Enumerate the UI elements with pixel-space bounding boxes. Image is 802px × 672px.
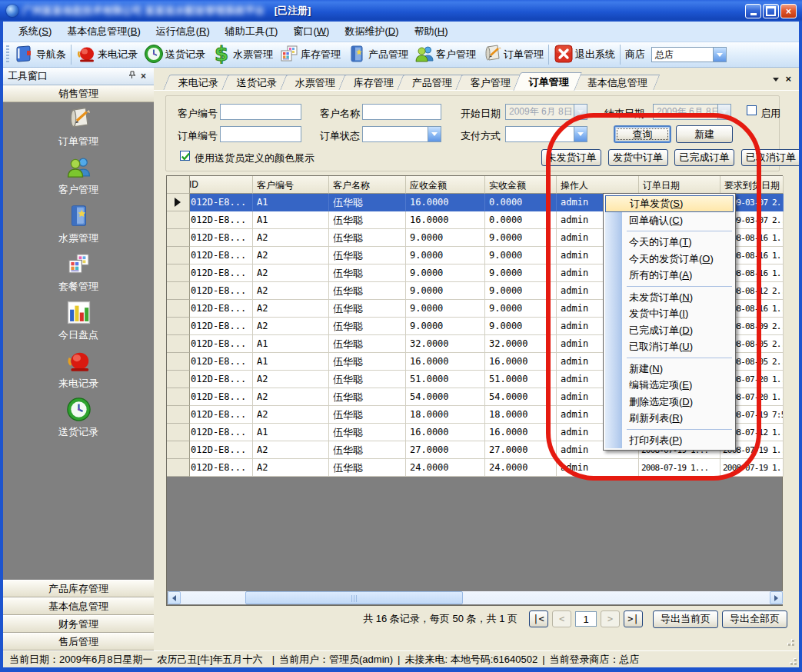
- resize-grip-content: [784, 635, 794, 646]
- last-page-button[interactable]: >|: [624, 610, 643, 627]
- svg-text:$: $: [215, 44, 228, 64]
- menu-6[interactable]: 数据维护(D): [337, 22, 406, 42]
- close-button[interactable]: ×: [780, 4, 797, 18]
- tool-window-title: 工具窗口: [8, 69, 48, 83]
- start-date-label: 开始日期: [461, 107, 501, 121]
- tab-3[interactable]: 水票管理: [280, 75, 348, 91]
- pay-method-label: 支付方式: [461, 129, 501, 143]
- order-no-input[interactable]: [220, 126, 301, 142]
- tab-1[interactable]: 来电记录: [163, 75, 231, 91]
- status-date: 当前日期：2009年6月8日星期一: [9, 653, 152, 667]
- toolbar-book-button[interactable]: 导航条: [12, 42, 69, 68]
- sidebar-item-scroll[interactable]: 订单管理: [3, 106, 154, 148]
- toolbar-dollar-button[interactable]: $水票管理: [208, 42, 276, 68]
- minimize-button[interactable]: [745, 4, 761, 18]
- box-icon: [347, 44, 367, 66]
- sidebar-item-grid[interactable]: 套餐管理: [3, 251, 154, 294]
- tab-5[interactable]: 产品管理: [397, 75, 464, 91]
- grid-icon: [3, 251, 154, 279]
- menu-1[interactable]: 系统(S): [11, 22, 59, 42]
- status-shop: 当前登录商店：总店: [550, 653, 640, 667]
- toolbar-grip[interactable]: [6, 45, 9, 64]
- shop-dropdown-icon[interactable]: [713, 48, 726, 62]
- next-page-button[interactable]: >: [601, 610, 620, 627]
- customer-no-input[interactable]: [220, 104, 301, 120]
- order-no-label: 订单编号: [178, 129, 218, 143]
- sidebar-item-clock[interactable]: 送货记录: [3, 397, 154, 439]
- shop-label: 商店: [622, 46, 648, 63]
- sidebar-item-chart[interactable]: 今日盘点: [3, 300, 154, 342]
- enable-label: 启用: [760, 107, 780, 121]
- tab-8[interactable]: 基本信息管理: [572, 75, 660, 91]
- enable-checkbox[interactable]: [747, 105, 757, 115]
- export-all-button[interactable]: 导出全部页: [722, 610, 787, 628]
- horizontal-scrollbar[interactable]: [168, 591, 783, 604]
- first-page-button[interactable]: |<: [529, 610, 548, 627]
- bell-icon: [76, 44, 96, 66]
- status-missed-call: 未接来电: 本地号码:61640502: [404, 653, 537, 667]
- scroll-left-icon[interactable]: [168, 591, 181, 604]
- people-icon: [3, 155, 154, 182]
- registered-badge: [已注册]: [275, 4, 311, 18]
- sidebar-group-1[interactable]: 产品库存管理: [3, 580, 154, 597]
- tab-6[interactable]: 客户管理: [455, 75, 523, 91]
- menu-bar: 系统(S)基本信息管理(B)运行信息(R)辅助工具(T)窗口(W)数据维护(D)…: [3, 22, 799, 42]
- col-header-1[interactable]: ID: [190, 176, 253, 194]
- toolbar-bell-button[interactable]: 来电记录: [73, 42, 141, 68]
- status-user: 当前用户：管理员(admin): [279, 653, 393, 667]
- col-header-3[interactable]: 客户名称: [329, 176, 406, 194]
- people-icon: [414, 44, 434, 66]
- close-panel-icon[interactable]: ×: [138, 71, 149, 82]
- sidebar-item-people[interactable]: 客户管理: [3, 155, 154, 197]
- dollar-icon: $: [211, 44, 231, 66]
- sidebar-group-2[interactable]: 基本信息管理: [3, 597, 154, 615]
- tab-7[interactable]: 订单管理: [513, 72, 582, 91]
- toolbar-exit-button[interactable]: 退出系统: [551, 42, 618, 68]
- menu-3[interactable]: 运行信息(R): [148, 22, 218, 42]
- order-status-select[interactable]: [362, 126, 441, 142]
- color-checkbox[interactable]: [180, 151, 190, 161]
- col-header-4[interactable]: 应收金额: [406, 176, 485, 194]
- scroll-icon: [482, 44, 502, 66]
- menu-5[interactable]: 窗口(W): [285, 22, 337, 42]
- tab-4[interactable]: 库存管理: [338, 75, 406, 91]
- tab-close-icon[interactable]: ×: [785, 75, 791, 83]
- tab-scroll-down-icon[interactable]: [773, 78, 779, 82]
- tab-2[interactable]: 送货记录: [221, 75, 289, 91]
- menu-7[interactable]: 帮助(H): [406, 22, 455, 42]
- export-current-button[interactable]: 导出当前页: [653, 610, 718, 628]
- customer-name-input[interactable]: [362, 104, 441, 120]
- sidebar-item-bell[interactable]: 来电记录: [3, 348, 154, 391]
- window-title-censored: 广州某某信息技术有限公司 某某送水配送管理系统平台: [22, 4, 265, 18]
- sidebar-group-sales[interactable]: 销售管理: [3, 85, 154, 102]
- toolbar-clock-button[interactable]: 送货记录: [141, 42, 208, 68]
- prev-page-button[interactable]: <: [552, 610, 571, 627]
- exit-icon: [554, 44, 574, 66]
- menu-4[interactable]: 辅助工具(T): [218, 22, 286, 42]
- toolbar-grid-button[interactable]: 库存管理: [276, 42, 344, 68]
- sidebar-group-3[interactable]: 财务管理: [3, 615, 154, 633]
- toolbar-scroll-button[interactable]: 订单管理: [479, 42, 547, 68]
- toolbar-people-button[interactable]: 客户管理: [411, 42, 479, 68]
- order-status-dropdown-icon[interactable]: [428, 127, 441, 141]
- title-bar: 广州某某信息技术有限公司 某某送水配送管理系统平台 [已注册] ×: [0, 0, 802, 22]
- tool-window-header: 工具窗口 ×: [3, 68, 154, 85]
- maximize-button[interactable]: [763, 4, 779, 18]
- toolbar: 导航条来电记录送货记录$水票管理库存管理产品管理客户管理订单管理退出系统商店总店: [3, 42, 799, 68]
- status-lunar: 农历己丑[牛]年五月十六: [157, 653, 262, 667]
- page-number-input[interactable]: 1: [575, 611, 597, 627]
- col-header-2[interactable]: 客户编号: [253, 176, 329, 194]
- menu-2[interactable]: 基本信息管理(B): [59, 22, 148, 42]
- pin-icon[interactable]: [126, 71, 138, 82]
- customer-no-label: 客户编号: [178, 107, 218, 121]
- clock-icon: [3, 397, 154, 424]
- sidebar-item-box[interactable]: 水票管理: [3, 203, 154, 245]
- toolbar-box-button[interactable]: 产品管理: [344, 42, 411, 68]
- book-icon: [15, 44, 35, 66]
- record-summary: 共 16 条记录，每页 50 条，共 1 页: [363, 612, 517, 626]
- scroll-right-icon[interactable]: [770, 591, 783, 604]
- sidebar-group-4[interactable]: 售后管理: [3, 633, 154, 650]
- pagination-bar: 共 16 条记录，每页 50 条，共 1 页 |< < 1 > >| 导出当前页…: [154, 609, 787, 629]
- scroll-thumb[interactable]: [245, 591, 463, 604]
- shop-select[interactable]: 总店: [651, 47, 727, 62]
